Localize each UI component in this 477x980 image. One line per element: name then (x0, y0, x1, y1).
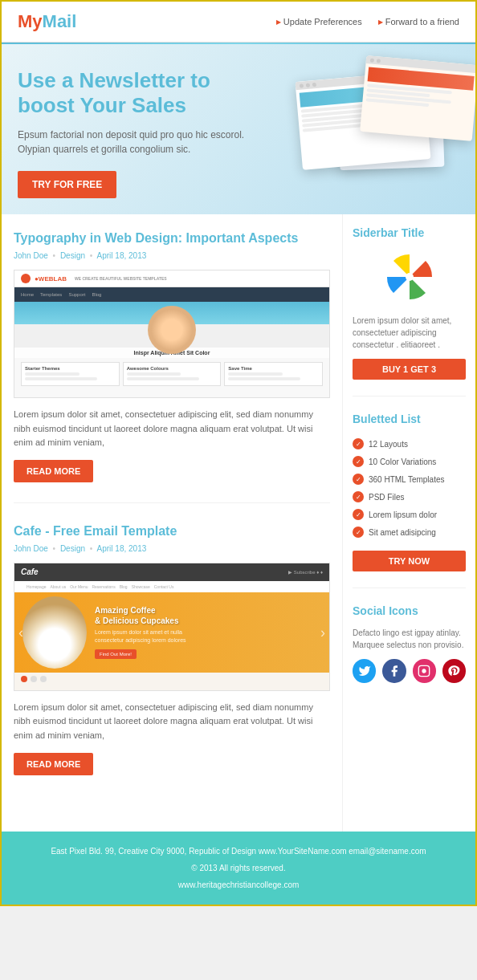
article-2-read-more[interactable]: READ MORE (14, 753, 93, 775)
social-icons-row (353, 659, 466, 683)
bulleted-list: 12 Layouts 10 Color Variations 360 HTML … (353, 435, 466, 541)
check-icon (353, 456, 364, 467)
update-preferences-link[interactable]: Update Preferences (276, 17, 362, 26)
article-2-body: Lorem ipsum dolor sit amet, consectetuer… (14, 701, 330, 743)
hero-text: Use a Newsletter to boost Your Sales Eps… (18, 68, 261, 198)
list-item: PSD Files (353, 488, 466, 506)
footer: East Pixel Bld. 99, Creative City 9000, … (2, 832, 475, 905)
check-icon (353, 474, 364, 485)
list-item: 10 Color Variations (353, 453, 466, 470)
article-2-title: Cafe - Free Email Template (14, 523, 330, 540)
header-links: Update Preferences Forward to a friend (276, 17, 459, 26)
main-content: Typography in Web Design: Important Aspe… (2, 214, 475, 831)
list-item: 360 HTML Templates (353, 470, 466, 488)
sidebar-title-1: Siderbar Title (353, 226, 466, 239)
article-1-body: Lorem ipsum dolor sit amet, consectetuer… (14, 408, 330, 450)
footer-copyright: © 2013 All rights reserved. (18, 861, 459, 875)
check-icon (353, 509, 364, 520)
logo-my: My (18, 11, 43, 31)
pinterest-icon[interactable] (442, 659, 466, 683)
article-2: Cafe - Free Email Template John Doe • De… (14, 523, 330, 795)
article-1-title: Typography in Web Design: Important Aspe… (14, 230, 330, 247)
social-description: Defacto lingo est igpay atinlay. Marquee… (353, 627, 466, 651)
pinwheel-icon (381, 249, 438, 305)
facebook-icon[interactable] (382, 659, 406, 683)
hero-images (275, 52, 475, 197)
sidebar-section-1: Siderbar Title Lorem ipsum dolor sit ame… (353, 226, 466, 396)
sidebar-title-3: Social Icons (353, 604, 466, 617)
article-1-image: ●WEBLAB WE CREATE BEAUTIFUL WEBSITE TEMP… (14, 270, 330, 398)
article-2-image: Cafe ▶ Subscribe ♦ ♦ Homepage About us O… (14, 563, 330, 691)
header: MyMail Update Preferences Forward to a f… (2, 2, 475, 43)
buy-button[interactable]: BUY 1 GET 3 (353, 359, 466, 380)
browser-mockup-2 (360, 55, 475, 141)
logo: MyMail (18, 11, 76, 32)
try-now-button[interactable]: TRY NOW (353, 551, 466, 571)
left-column: Typography in Web Design: Important Aspe… (2, 214, 343, 831)
footer-url: www.heritagechristiancollege.com (18, 878, 459, 892)
article-1-meta: John Doe • Design • April 18, 2013 (14, 251, 330, 260)
sidebar-section-2: Buletted List 12 Layouts 10 Color Variat… (353, 413, 466, 588)
check-icon (353, 438, 364, 449)
hero-description: Epsum factorial non deposit quid pro quo… (18, 128, 261, 157)
logo-mail: Mail (43, 11, 77, 31)
sidebar-title-2: Buletted List (353, 413, 466, 425)
list-item: 12 Layouts (353, 435, 466, 453)
article-2-meta: John Doe • Design • April 18, 2013 (14, 544, 330, 553)
twitter-icon[interactable] (353, 659, 376, 683)
try-for-free-button[interactable]: TRY FOR FREE (18, 171, 116, 198)
sidebar-description: Lorem ipsum dolor sit amet, consectetuer… (353, 315, 466, 351)
sidebar-section-3: Social Icons Defacto lingo est igpay ati… (353, 604, 466, 699)
article-1-read-more[interactable]: READ MORE (14, 460, 93, 482)
hero-title: Use a Newsletter to boost Your Sales (18, 68, 261, 118)
forward-link[interactable]: Forward to a friend (378, 17, 459, 26)
footer-address: East Pixel Bld. 99, Creative City 9000, … (18, 844, 459, 858)
hero-banner: Use a Newsletter to boost Your Sales Eps… (2, 44, 475, 214)
right-sidebar: Siderbar Title Lorem ipsum dolor sit ame… (343, 214, 475, 831)
svg-point-0 (406, 273, 414, 281)
list-item: Lorem lipsum dolor (353, 506, 466, 523)
article-1: Typography in Web Design: Important Aspe… (14, 230, 330, 503)
list-item: Sit amet adisipcing (353, 523, 466, 541)
check-icon (353, 527, 364, 538)
check-icon (353, 491, 364, 502)
instagram-icon[interactable] (413, 659, 436, 683)
